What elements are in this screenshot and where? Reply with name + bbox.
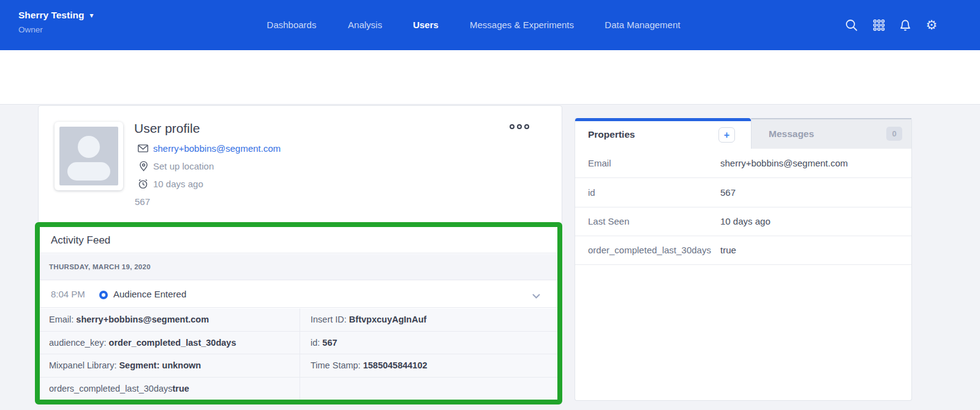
property-value: 10 days ago	[720, 216, 771, 226]
activity-date-header: THURSDAY, MARCH 19, 2020	[39, 254, 562, 280]
location-text[interactable]: Set up location	[153, 161, 214, 171]
clock-icon	[137, 178, 149, 190]
add-property-button[interactable]: +	[718, 127, 735, 143]
messages-count-badge: 0	[886, 127, 902, 141]
user-profile-title: User profile	[134, 121, 200, 136]
event-detail-cell: id: 567	[300, 332, 562, 355]
tab-messages[interactable]: Messages 0	[751, 118, 911, 149]
user-id: 567	[135, 196, 150, 207]
nav-item-analysis[interactable]: Analysis	[348, 19, 382, 31]
event-detail-cell: orders_completed_last_30daystrue	[39, 378, 300, 401]
search-icon[interactable]	[845, 18, 858, 32]
property-label: order_completed_last_30days	[588, 245, 711, 255]
property-row: Last Seen 10 days ago	[575, 207, 911, 236]
caret-down-icon: ▾	[89, 11, 93, 20]
user-profile-card: User profile sherry+bobbins@segment.com …	[38, 105, 562, 400]
properties-card: Properties + Messages 0 Email sherry+bob…	[575, 118, 912, 401]
property-label: Email	[588, 158, 611, 168]
last-seen-text: 10 days ago	[153, 179, 203, 189]
more-options-button[interactable]	[510, 124, 529, 129]
property-row: id 567	[575, 178, 911, 207]
property-value: true	[720, 245, 736, 255]
workspace-role: Owner	[18, 25, 93, 34]
activity-feed-section: Activity Feed	[39, 228, 562, 253]
user-silhouette-icon	[59, 127, 118, 185]
property-value: 567	[720, 187, 736, 198]
event-name: Audience Entered	[113, 289, 186, 299]
avatar	[55, 122, 123, 190]
nav-item-dashboards[interactable]: Dashboards	[267, 19, 317, 31]
nav-item-messages-experiments[interactable]: Messages & Experiments	[470, 19, 574, 31]
property-label: id	[588, 187, 595, 198]
top-nav: Sherry Testing▾ Owner Dashboards Analysi…	[0, 0, 980, 50]
workspace-name: Sherry Testing	[18, 10, 84, 20]
nav-item-data-management[interactable]: Data Management	[605, 19, 680, 31]
gear-icon[interactable]: ⚙	[925, 18, 938, 32]
sub-tab-strip: Explore Cohorts	[0, 50, 980, 105]
properties-card-tabs: Properties + Messages 0	[575, 118, 911, 149]
nav-item-users[interactable]: Users	[413, 19, 439, 31]
activity-feed-title: Activity Feed	[51, 234, 110, 247]
envelope-icon	[137, 143, 149, 154]
profile-email-link[interactable]: sherry+bobbins@segment.com	[153, 143, 281, 154]
event-time: 8:04 PM	[51, 289, 85, 299]
tab-properties-label: Properties	[588, 129, 635, 140]
chevron-down-icon[interactable]	[532, 291, 540, 296]
activity-event-row[interactable]: 8:04 PM Audience Entered	[39, 281, 562, 308]
event-detail-cell	[300, 378, 562, 401]
property-row: Email sherry+bobbins@segment.com	[575, 149, 911, 178]
event-type-icon	[99, 291, 108, 299]
event-detail-cell: Insert ID: BftvpxcuyAgInAuf	[300, 308, 562, 332]
property-row: order_completed_last_30days true	[575, 236, 911, 265]
event-details-table: Email: sherry+bobbins@segment.com Insert…	[39, 308, 562, 400]
event-detail-cell: Time Stamp: 1585045844102	[300, 354, 562, 378]
apps-grid-icon[interactable]	[872, 18, 886, 32]
event-detail-cell: Email: sherry+bobbins@segment.com	[39, 308, 300, 332]
tab-messages-label: Messages	[769, 129, 814, 140]
bell-icon[interactable]	[899, 18, 912, 32]
property-label: Last Seen	[588, 216, 630, 226]
event-detail-cell: audience_key: order_completed_last_30day…	[39, 332, 300, 355]
tab-properties[interactable]: Properties +	[575, 118, 751, 149]
location-pin-icon	[138, 160, 149, 172]
event-detail-cell: Mixpanel Library: Segment: unknown	[39, 354, 300, 378]
property-value-email-link[interactable]: sherry+bobbins@segment.com	[720, 158, 848, 168]
workspace-switcher[interactable]: Sherry Testing▾ Owner	[18, 10, 93, 34]
